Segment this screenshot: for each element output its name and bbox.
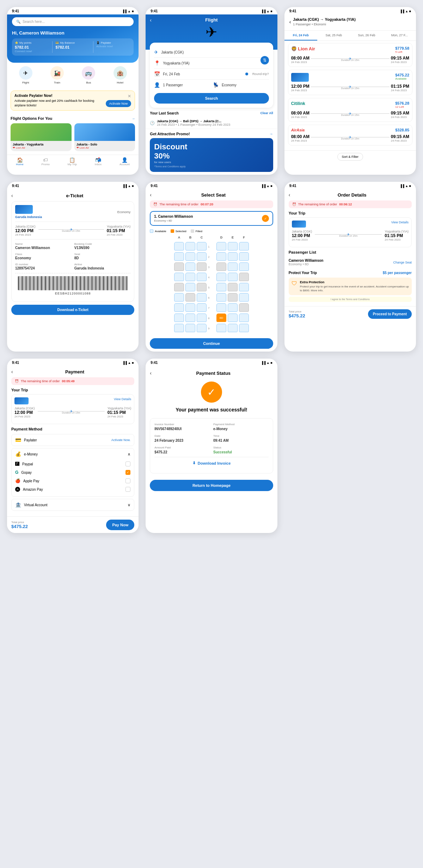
swap-button[interactable]: ⇅ — [260, 56, 269, 64]
seat-9f[interactable] — [239, 324, 249, 332]
amazonpay-radio[interactable] — [125, 487, 130, 492]
seat-8d[interactable]: 8D — [216, 314, 226, 322]
seat-7b[interactable] — [185, 303, 195, 312]
promo-card[interactable]: Discount 30% for new users *Terms and Co… — [150, 138, 273, 172]
seat-6c[interactable] — [197, 293, 207, 302]
date-tab-2[interactable]: Sun, 26 Feb — [350, 31, 383, 41]
sort-filter-button[interactable]: Sort & Filter — [337, 153, 363, 161]
gopay-radio[interactable]: ✓ — [125, 470, 130, 475]
seat-6a[interactable] — [174, 293, 184, 302]
search-bar[interactable]: 🔍 Search here... — [12, 17, 134, 26]
paylater-action-7[interactable]: Activate Now. — [111, 438, 131, 442]
bottom-nav-promo[interactable]: 🏷 Promo — [41, 157, 50, 166]
gopay-option[interactable]: G Gopay ✓ — [15, 468, 130, 477]
passenger-field[interactable]: 1 Passenger — [163, 83, 210, 87]
seat-3b[interactable] — [185, 262, 195, 271]
view-details-7[interactable]: View Details — [114, 397, 131, 404]
seat-9e[interactable] — [228, 324, 238, 332]
applepay-radio[interactable] — [125, 478, 130, 483]
continue-button[interactable]: Continue — [150, 338, 273, 349]
back-btn-8[interactable]: ‹ — [150, 370, 152, 376]
flight-item-0[interactable]: 🦁 Lion Air $779.58 5 Left 08:00 AM 24 Fe… — [288, 43, 412, 67]
seat-3e[interactable] — [228, 262, 238, 271]
flight-item-3[interactable]: AirAsia $328.85 08:00 AM 24 Feb 2023 ✈ — [288, 125, 412, 145]
seat-4d[interactable] — [216, 273, 226, 281]
seat-5f[interactable] — [239, 283, 249, 291]
bottom-nav-home[interactable]: 🏠 Home — [16, 157, 23, 166]
flight-card-1[interactable]: Jakarta - Yogyakarta ❤ Lion Air — [11, 123, 72, 151]
bottom-nav-inbox[interactable]: 📬 Inbox — [95, 157, 102, 166]
date-tab-0[interactable]: Fri, 24 Feb — [284, 31, 317, 41]
applepay-option[interactable]: 🍎 Apple Pay — [15, 477, 130, 485]
date-row[interactable]: 📅 Fri, 24 Feb Round-trip? — [154, 69, 269, 80]
class-field[interactable]: Economy — [222, 83, 269, 87]
passenger-row[interactable]: 👤 1 Passenger 💺 Economy — [154, 80, 269, 90]
seat-2a[interactable] — [174, 252, 184, 261]
activate-now-button[interactable]: Activate Now — [106, 100, 131, 107]
return-homepage-button[interactable]: Return to Homepage — [150, 480, 273, 491]
bottom-nav-mytrip[interactable]: 📋 My Trip — [68, 157, 77, 166]
seat-2d[interactable] — [216, 252, 226, 261]
seat-9c[interactable] — [197, 324, 207, 332]
seat-2b[interactable] — [185, 252, 195, 261]
paylater-option[interactable]: 💳 Paylater Activate Now. — [11, 434, 134, 446]
clear-all-button[interactable]: Clear All — [260, 111, 273, 115]
seat-5b[interactable] — [185, 283, 195, 291]
search-button[interactable]: Search — [154, 93, 269, 104]
hotel-nav[interactable]: 🏨 Hotel — [114, 66, 127, 84]
seat-2c[interactable] — [197, 252, 207, 261]
virtual-account-option[interactable]: 🏦 Virtual Account ∨ — [11, 499, 134, 511]
paypal-radio[interactable] — [125, 461, 130, 466]
seat-1b[interactable] — [185, 242, 195, 250]
proceed-to-payment-button[interactable]: Proceed to Payment — [368, 309, 412, 319]
seat-3f[interactable] — [239, 262, 249, 271]
pay-now-button[interactable]: Pay Now — [106, 520, 134, 530]
amazonpay-option[interactable]: A Amazon Pay — [15, 485, 130, 494]
change-seat-button[interactable]: Change Seat — [393, 261, 412, 264]
seat-4e[interactable] — [228, 273, 238, 281]
seat-8a[interactable] — [174, 314, 184, 322]
date-tab-3[interactable]: Mon, 27 F... — [383, 31, 416, 41]
seat-4b[interactable] — [185, 273, 195, 281]
train-nav[interactable]: 🚂 Train — [50, 66, 64, 84]
seat-1c[interactable] — [197, 242, 207, 250]
back-btn-6[interactable]: ‹ — [289, 192, 290, 198]
seat-7e[interactable] — [228, 303, 238, 312]
last-search-item[interactable]: 🕐 Jakarta (CGK) → Bali (DPS) → Jakarta (… — [146, 117, 277, 129]
flight-nav[interactable]: ✈ Flight — [19, 66, 32, 84]
seat-1a[interactable] — [174, 242, 184, 250]
seat-7a[interactable] — [174, 303, 184, 312]
download-invoice-button[interactable]: ⬇ Download Invoice — [154, 457, 268, 469]
paypal-option[interactable]: 🅿 Paypal — [15, 460, 130, 468]
seat-9b[interactable] — [185, 324, 195, 332]
flight-card-2[interactable]: Jakarta - Solo ❤ Lion Air — [74, 123, 135, 151]
back-btn-7[interactable]: ‹ — [11, 369, 13, 374]
download-eticket-button[interactable]: Download e-Ticket — [11, 305, 134, 315]
to-row[interactable]: 📍 Yogyakarta (YIA) — [154, 58, 269, 69]
from-field[interactable]: Jakarta (CGK) — [161, 50, 269, 54]
seat-7c[interactable] — [197, 303, 207, 312]
promo-arrow[interactable]: → — [269, 132, 273, 136]
passenger-card[interactable]: 1. Cameron Williamson Economy • 8D ✓ — [150, 211, 273, 226]
back-btn-3[interactable]: ‹ — [289, 19, 291, 25]
seat-8e[interactable] — [228, 314, 238, 322]
paylater-action[interactable]: Activate now! — [96, 45, 131, 48]
seat-1f[interactable] — [239, 242, 249, 250]
seat-8f[interactable] — [239, 314, 249, 322]
seat-2e[interactable] — [228, 252, 238, 261]
emoney-header[interactable]: 💰 e-Money ∧ — [12, 448, 134, 460]
seat-5d[interactable] — [216, 283, 226, 291]
flight-item-1[interactable]: $475.22 Available 12:00 PM 24 Feb 2023 ✈… — [288, 70, 412, 95]
seat-4c[interactable] — [197, 273, 207, 281]
seat-2f[interactable] — [239, 252, 249, 261]
seat-9d[interactable] — [216, 324, 226, 332]
connect-action[interactable]: Connect now! — [15, 50, 49, 53]
back-btn-4[interactable]: ‹ — [11, 193, 13, 198]
bus-nav[interactable]: 🚌 Bus — [82, 66, 95, 84]
flight-options-arrow[interactable]: → — [131, 117, 135, 120]
seat-8c[interactable] — [197, 314, 207, 322]
seat-9a[interactable] — [174, 324, 184, 332]
bottom-nav-account[interactable]: 👤 Account — [119, 157, 130, 166]
seat-7d[interactable] — [216, 303, 226, 312]
from-row[interactable]: ✈ Jakarta (CGK) ⇅ — [154, 47, 269, 58]
